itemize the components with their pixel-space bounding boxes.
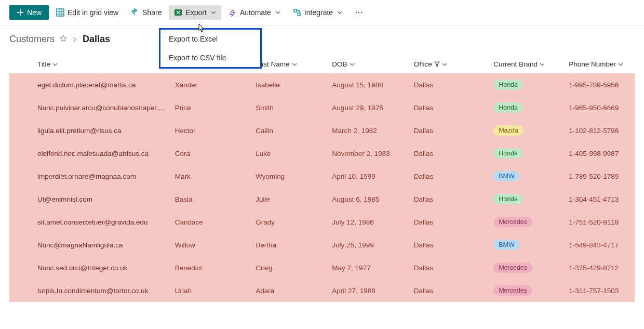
cell-title[interactable]: imperdiet.ornare@magnaa.com <box>9 165 171 188</box>
more-button[interactable] <box>350 5 368 20</box>
cell-title[interactable]: turpis.In.condimentum@tortor.co.uk <box>9 279 171 302</box>
share-button[interactable]: Share <box>126 5 167 20</box>
table-row[interactable]: sit.amet.consectetuer@gravida.eduCandace… <box>9 210 635 233</box>
chevron-down-icon <box>275 10 280 15</box>
cell-last-name: Smith <box>251 96 328 119</box>
cell-first-name: Price <box>171 96 251 119</box>
cell-title[interactable]: ligula.elit.pretium@risus.ca <box>9 119 171 142</box>
cell-phone: 1-965-950-6669 <box>565 96 635 119</box>
automate-label: Automate <box>240 8 271 17</box>
brand-pill: Honda <box>493 102 523 113</box>
cell-phone: 1-311-757-1503 <box>565 279 635 302</box>
chevron-down-icon <box>540 62 545 67</box>
table-row[interactable]: Nunc.sed.orci@Integer.co.ukBenedictCraig… <box>9 256 635 279</box>
new-button-label: New <box>27 8 42 17</box>
column-header-last-name[interactable]: Last Name <box>256 60 297 68</box>
cell-brand: Honda <box>489 73 565 96</box>
table-row[interactable]: Ut@enimnisl.comBasiaJulieAugust 6, 1985D… <box>9 188 635 210</box>
export-button[interactable]: Export <box>169 5 221 20</box>
edit-grid-label: Edit in grid view <box>68 8 118 17</box>
column-header-title[interactable]: Title <box>37 60 58 68</box>
table-row[interactable]: turpis.In.condimentum@tortor.co.ukUriahA… <box>9 279 635 302</box>
cell-office: Dallas <box>410 165 489 188</box>
cell-brand: Mazda <box>489 119 565 142</box>
integrate-button[interactable]: Integrate <box>288 5 347 20</box>
cell-last-name: Adara <box>251 279 328 302</box>
cell-first-name: Basia <box>171 188 251 210</box>
excel-icon <box>174 8 182 17</box>
flow-icon <box>229 8 237 17</box>
cell-dob: August 15, 1988 <box>328 73 409 96</box>
breadcrumb-root[interactable]: Customers <box>9 34 55 45</box>
cell-last-name: Julie <box>251 188 328 210</box>
command-bar: New Edit in grid view Share Export Autom… <box>0 0 644 25</box>
export-excel-item[interactable]: Export to Excel <box>160 30 260 48</box>
cell-phone: 1-995-789-5956 <box>565 73 635 96</box>
column-header-dob[interactable]: DOB <box>332 60 354 68</box>
brand-pill: Mazda <box>493 125 524 136</box>
cell-title[interactable]: Nunc.sed.orci@Integer.co.uk <box>9 256 171 279</box>
cell-brand: Mercedes <box>489 210 565 233</box>
integrate-label: Integrate <box>304 8 333 17</box>
cell-dob: May 7, 1977 <box>328 256 409 279</box>
cell-office: Dallas <box>410 279 489 302</box>
cell-title[interactable]: Ut@enimnisl.com <box>9 188 171 210</box>
table-row[interactable]: eget.dictum.placerat@mattis.caXanderIsab… <box>9 73 635 96</box>
cell-last-name: Bertha <box>251 233 328 256</box>
cell-dob: November 2, 1983 <box>328 142 409 165</box>
cell-first-name: Mark <box>171 165 251 188</box>
export-csv-item[interactable]: Export to CSV file <box>160 48 260 67</box>
cell-first-name: Uriah <box>171 279 251 302</box>
column-header-phone[interactable]: Phone Number <box>569 60 623 68</box>
cell-dob: March 2, 1982 <box>328 119 409 142</box>
share-icon <box>131 8 139 17</box>
brand-pill: Mercedes <box>493 217 532 227</box>
cell-last-name: Luke <box>251 142 328 165</box>
cell-dob: August 6, 1985 <box>328 188 409 210</box>
cell-brand: BMW <box>489 233 565 256</box>
cell-title[interactable]: sit.amet.consectetuer@gravida.edu <box>9 210 171 233</box>
cell-last-name: Wyoming <box>251 165 328 188</box>
table-row[interactable]: eleifend.nec.malesuada@atrisus.caCoraLuk… <box>9 142 635 165</box>
ellipsis-icon <box>355 8 363 17</box>
cell-office: Dallas <box>410 119 489 142</box>
cell-phone: 1-789-520-1789 <box>565 165 635 188</box>
cell-title[interactable]: eget.dictum.placerat@mattis.ca <box>9 73 171 96</box>
cell-last-name: Grady <box>251 210 328 233</box>
new-button[interactable]: New <box>9 5 49 20</box>
brand-pill: Honda <box>493 80 523 90</box>
breadcrumb-separator-icon <box>72 35 77 44</box>
edit-grid-button[interactable]: Edit in grid view <box>51 5 124 20</box>
cell-title[interactable]: eleifend.nec.malesuada@atrisus.ca <box>9 142 171 165</box>
cell-dob: July 12, 1986 <box>328 210 409 233</box>
table-row[interactable]: Nunc.pulvinar.arcu@conubianostraper.eduP… <box>9 96 635 119</box>
table-row[interactable]: imperdiet.ornare@magnaa.comMarkWyomingAp… <box>9 165 635 188</box>
export-label: Export <box>185 8 206 17</box>
cell-first-name: Xander <box>171 73 251 96</box>
cell-title[interactable]: Nunc.pulvinar.arcu@conubianostraper.edu <box>9 96 171 119</box>
cell-first-name: Cora <box>171 142 251 165</box>
svg-rect-3 <box>298 13 300 16</box>
automate-button[interactable]: Automate <box>223 5 286 20</box>
chevron-down-icon <box>337 10 342 15</box>
svg-rect-2 <box>294 9 297 12</box>
svg-point-6 <box>361 12 362 13</box>
cell-last-name: Isabelle <box>251 73 328 96</box>
breadcrumb-current: Dallas <box>83 34 110 45</box>
cell-title[interactable]: Nunc@magnaNamligula.ca <box>9 233 171 256</box>
cell-office: Dallas <box>410 73 489 96</box>
brand-pill: Mercedes <box>493 285 532 296</box>
svg-point-4 <box>356 12 357 13</box>
star-icon[interactable] <box>60 35 67 44</box>
customers-table: Title First Name Last Name DOB Office Cu… <box>9 55 635 302</box>
chevron-down-icon <box>211 10 216 15</box>
cell-dob: July 25, 1999 <box>328 233 409 256</box>
cell-first-name: Candace <box>171 210 251 233</box>
cell-phone: 1-304-451-4713 <box>565 188 635 210</box>
table-row[interactable]: ligula.elit.pretium@risus.caHectorCailin… <box>9 119 635 142</box>
cell-dob: April 27, 1988 <box>328 279 409 302</box>
table-row[interactable]: Nunc@magnaNamligula.caWillowBerthaJuly 2… <box>9 233 635 256</box>
column-header-office[interactable]: Office <box>414 60 447 68</box>
cell-phone: 1-375-429-8712 <box>565 256 635 279</box>
column-header-brand[interactable]: Current Brand <box>493 60 545 68</box>
